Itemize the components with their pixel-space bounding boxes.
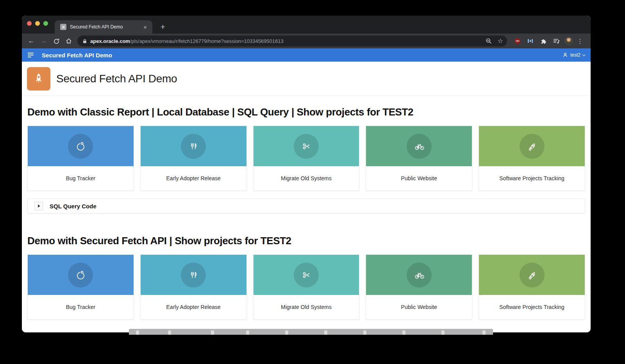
rocket-icon	[520, 134, 545, 159]
profile-avatar[interactable]	[565, 37, 573, 45]
app-header-title: Secured Fetch API Demo	[42, 52, 112, 59]
card-banner	[141, 255, 246, 295]
dock-app-icon	[324, 330, 327, 335]
svg-text:UO: UO	[516, 39, 520, 42]
expand-toggle-button[interactable]	[34, 202, 43, 210]
card-banner	[366, 255, 472, 295]
browser-toolbar: ← → apex.oracle.com /pls/apex/vmorneau/r…	[22, 34, 591, 48]
dock-app-icon	[482, 330, 486, 335]
traffic-lights	[27, 21, 48, 26]
user-label: test2	[570, 52, 580, 58]
sidebar-extension-icon[interactable]	[526, 37, 535, 45]
project-card[interactable]: Bug Tracker	[27, 254, 134, 320]
card-banner	[141, 126, 246, 166]
card-label: Public Website	[366, 295, 472, 319]
card-label: Software Projects Tracking	[479, 295, 585, 319]
utensils-icon	[181, 263, 206, 288]
browser-menu-icon[interactable]: ⋮	[577, 37, 583, 45]
sql-query-code-label: SQL Query Code	[50, 203, 96, 210]
browser-window: Secured Fetch API Demo × + ← → apex.orac…	[22, 16, 591, 332]
project-card[interactable]: Migrate Old Systems	[253, 126, 360, 191]
project-card[interactable]: Migrate Old Systems	[253, 254, 360, 320]
close-window-button[interactable]	[27, 21, 32, 26]
forward-icon[interactable]: →	[38, 35, 50, 47]
stopwatch-icon	[68, 134, 93, 159]
card-banner	[479, 255, 585, 295]
zoom-out-icon[interactable]	[486, 38, 492, 44]
chevron-down-icon	[582, 53, 586, 56]
card-label: Migrate Old Systems	[254, 295, 359, 319]
utensils-icon	[181, 134, 206, 159]
card-label: Early Adopter Release	[141, 295, 246, 319]
home-icon[interactable]	[62, 35, 75, 47]
url-domain: apex.oracle.com	[90, 38, 130, 44]
user-menu[interactable]: test2	[562, 52, 585, 58]
dock-app-icon	[285, 330, 288, 335]
card-row-secured-fetch: Bug TrackerEarly Adopter ReleaseMigrate …	[27, 254, 585, 320]
rocket-logo-icon	[31, 71, 46, 87]
card-label: Public Website	[366, 166, 472, 190]
card-banner	[479, 126, 585, 166]
project-card[interactable]: Software Projects Tracking	[479, 254, 585, 320]
dock-app-icon	[246, 330, 249, 335]
card-label: Software Projects Tracking	[479, 166, 585, 190]
dock[interactable]	[129, 329, 493, 335]
card-banner	[28, 126, 134, 166]
extensions-puzzle-icon[interactable]	[539, 37, 548, 45]
page-content: Secured Fetch API Demo Demo with Classic…	[22, 62, 591, 332]
card-label: Early Adopter Release	[141, 166, 246, 190]
card-label: Bug Tracker	[28, 295, 134, 319]
bicycle-icon	[407, 134, 432, 159]
section-heading-classic-report: Demo with Classic Report | Local Databas…	[27, 105, 585, 119]
scissors-icon	[294, 263, 319, 288]
rocket-icon	[520, 263, 545, 288]
project-card[interactable]: Early Adopter Release	[140, 254, 247, 320]
bicycle-icon	[407, 263, 432, 288]
app-header: Secured Fetch API Demo test2	[22, 48, 591, 62]
dock-app-icon	[441, 330, 445, 335]
dock-app-icon	[363, 330, 366, 335]
card-banner	[28, 255, 134, 295]
card-banner	[366, 126, 472, 166]
tab-close-icon[interactable]: ×	[142, 23, 148, 31]
app-logo	[27, 67, 50, 91]
bookmark-star-icon[interactable]: ☆	[498, 38, 503, 44]
lock-icon	[82, 39, 87, 44]
section-heading-secured-fetch: Demo with Secured Fetch API | Show proje…	[27, 234, 585, 247]
zoom-window-button[interactable]	[43, 21, 48, 26]
new-tab-button[interactable]: +	[156, 20, 170, 34]
dock-app-icon	[211, 330, 214, 335]
back-icon[interactable]: ←	[25, 35, 38, 47]
menu-icon[interactable]	[28, 53, 34, 57]
sql-query-code-region: SQL Query Code	[27, 199, 585, 213]
scissors-icon	[294, 134, 319, 159]
tab-strip: Secured Fetch API Demo × +	[22, 16, 591, 34]
dock-app-icon	[136, 330, 139, 335]
collapsed-triangle-icon	[38, 204, 40, 208]
project-card[interactable]: Early Adopter Release	[140, 126, 247, 191]
project-card[interactable]: Bug Tracker	[27, 126, 134, 191]
person-icon	[562, 52, 568, 58]
stopwatch-icon	[68, 263, 93, 288]
ublock-icon[interactable]: UO	[513, 37, 522, 45]
project-card[interactable]: Software Projects Tracking	[479, 126, 585, 191]
extension-cluster: UO	[509, 37, 583, 45]
card-banner	[254, 126, 359, 166]
minimize-window-button[interactable]	[35, 21, 40, 26]
project-card[interactable]: Public Website	[366, 254, 472, 320]
url-bar[interactable]: apex.oracle.com /pls/apex/vmorneau/r/fet…	[77, 36, 507, 46]
tab-title: Secured Fetch API Demo	[70, 24, 142, 30]
media-queue-icon[interactable]	[552, 37, 561, 45]
hero-banner: Secured Fetch API Demo	[22, 62, 591, 96]
card-row-classic-report: Bug TrackerEarly Adopter ReleaseMigrate …	[27, 126, 585, 191]
card-banner	[254, 255, 359, 295]
reload-icon[interactable]	[50, 35, 62, 47]
page-title: Secured Fetch API Demo	[56, 73, 177, 85]
url-path: /pls/apex/vmorneau/r/fetch126779/home?se…	[130, 38, 482, 44]
tab-favicon-icon	[60, 24, 66, 30]
browser-tab[interactable]: Secured Fetch API Demo ×	[55, 20, 152, 34]
dock-app-icon	[402, 330, 405, 335]
card-label: Migrate Old Systems	[254, 166, 359, 190]
dock-app-icon	[168, 330, 171, 335]
project-card[interactable]: Public Website	[366, 126, 472, 191]
